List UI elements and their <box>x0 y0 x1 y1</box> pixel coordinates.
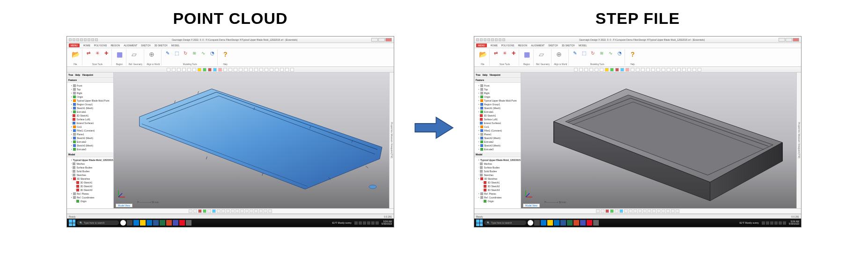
close-button[interactable] <box>793 38 799 42</box>
feature-tree-panel[interactable]: Tree Help Viewpoint Feature Front Top Ri… <box>67 73 114 208</box>
menubar[interactable]: MENU HOME POLYGONS REGION ALIGNMENT SKET… <box>67 43 394 48</box>
app-icon[interactable] <box>186 220 191 226</box>
feature-tree[interactable]: Front Top Right Origin Typical Upper Bla… <box>474 83 521 152</box>
edge-icon[interactable] <box>541 220 546 226</box>
quick-access-toolbar[interactable] <box>69 38 98 41</box>
outlook-icon[interactable] <box>554 220 559 226</box>
taskbar-clock[interactable]: 9:04 AM 5/30/2023 <box>382 220 392 226</box>
minimize-button[interactable] <box>779 38 785 42</box>
sweep-icon[interactable]: ∿ <box>199 49 207 57</box>
taskbar-clock[interactable]: 9:04 AM 5/30/2023 <box>789 220 799 226</box>
tree-tabs[interactable]: Tree Help Viewpoint <box>474 73 521 78</box>
weather-widget[interactable]: 61°F Mostly sunny <box>332 221 352 224</box>
system-tray[interactable] <box>762 221 786 225</box>
sketch3d-icon[interactable]: ✎ <box>571 49 579 57</box>
taskbar-search[interactable]: 🔍 Type here to search <box>484 220 526 225</box>
taskbar-pinned[interactable] <box>120 220 191 226</box>
minimize-button[interactable] <box>371 38 378 42</box>
cortana-icon[interactable] <box>528 220 533 226</box>
taskbar-search[interactable]: 🔍 Type here to search <box>77 220 119 225</box>
revolve-icon[interactable]: ↻ <box>589 49 596 57</box>
feature-tree[interactable]: Front Top Right Origin Typical Upper Bla… <box>67 83 113 152</box>
menu-sketch[interactable]: SKETCH <box>141 44 150 47</box>
fillet-icon[interactable]: ◔ <box>208 49 216 57</box>
bottom-toolbar[interactable] <box>67 208 394 214</box>
plane-icon[interactable]: ▱ <box>536 49 546 59</box>
sub-toolbar[interactable] <box>67 67 394 73</box>
menu-model[interactable]: MODEL <box>171 44 180 47</box>
menu-sketch[interactable]: SKETCH <box>548 44 558 47</box>
plane-icon[interactable]: ▱ <box>129 49 139 59</box>
excel-icon[interactable] <box>160 220 165 226</box>
menu-alignment[interactable]: ALIGNMENT <box>124 44 137 47</box>
decimate-icon[interactable]: ✳ <box>501 49 508 57</box>
windows-taskbar[interactable]: 🔍 Type here to search <box>474 219 801 227</box>
cortana-icon[interactable] <box>120 220 126 226</box>
align-icon[interactable]: ⇄ <box>85 49 92 57</box>
weather-widget[interactable]: 61°F Mostly sunny <box>740 221 759 224</box>
align-icon[interactable]: ⇄ <box>492 49 500 57</box>
taskview-icon[interactable] <box>127 220 132 226</box>
powerpoint-icon[interactable] <box>166 220 172 226</box>
quick-access-toolbar[interactable] <box>476 38 505 41</box>
right-rail[interactable]: Properties Measure Viewpoint(TM) <box>796 73 801 208</box>
menu-menu[interactable]: MENU <box>476 44 487 47</box>
close-button[interactable] <box>385 38 392 42</box>
dx-icon[interactable] <box>179 220 185 226</box>
start-button[interactable] <box>69 219 75 226</box>
menu-polygons[interactable]: POLYGONS <box>501 44 515 47</box>
help-icon[interactable]: ? <box>627 49 638 59</box>
powerpoint-icon[interactable] <box>574 220 579 226</box>
menu-region[interactable]: REGION <box>518 44 527 47</box>
teams-icon[interactable] <box>580 220 586 226</box>
taskbar-pinned[interactable] <box>528 220 599 226</box>
extrude-icon[interactable]: ⬚ <box>580 49 588 57</box>
extrude-icon[interactable]: ⬚ <box>173 49 180 57</box>
menu-polygons[interactable]: POLYGONS <box>94 44 107 47</box>
menu-model[interactable]: MODEL <box>579 44 587 47</box>
word-icon[interactable] <box>560 220 566 226</box>
window-controls[interactable] <box>371 38 392 42</box>
sub-toolbar[interactable] <box>474 67 801 73</box>
menu-menu[interactable]: MENU <box>69 44 80 47</box>
menu-home[interactable]: HOME <box>491 44 498 47</box>
dx-icon[interactable] <box>587 220 592 226</box>
heal-icon[interactable]: ✚ <box>103 49 110 57</box>
maximize-button[interactable] <box>378 38 385 42</box>
bottom-toolbar[interactable] <box>474 208 801 214</box>
explorer-icon[interactable] <box>547 220 553 226</box>
word-icon[interactable] <box>153 220 159 226</box>
view-triad-icon[interactable] <box>117 189 127 200</box>
sketch3d-icon[interactable]: ✎ <box>164 49 171 57</box>
help-icon[interactable]: ? <box>220 49 230 59</box>
feature-tree-panel[interactable]: Tree Help Viewpoint Feature Front Top Ri… <box>474 73 521 208</box>
model-tree[interactable]: Typical Upper Blade Mold_12022015 Meshes… <box>67 157 113 204</box>
start-button[interactable] <box>476 219 483 226</box>
sweep-icon[interactable]: ∿ <box>607 49 614 57</box>
menu-alignment[interactable]: ALIGNMENT <box>531 44 544 47</box>
revolve-icon[interactable]: ↻ <box>182 49 189 57</box>
edge-icon[interactable] <box>133 220 139 226</box>
fillet-icon[interactable]: ◔ <box>616 49 623 57</box>
taskview-icon[interactable] <box>534 220 540 226</box>
viewport-3d[interactable]: ⊢──────⊣ 50 mm Model View <box>521 73 796 208</box>
viewport-3d[interactable]: ⊢──────⊣ 50 mm Model View <box>114 73 389 208</box>
view-triad-icon[interactable] <box>524 189 534 200</box>
maximize-button[interactable] <box>786 38 792 42</box>
open-icon[interactable]: 📂 <box>70 49 81 59</box>
explorer-icon[interactable] <box>140 220 146 226</box>
menu-3dsketch[interactable]: 3D SKETCH <box>562 44 575 47</box>
teams-icon[interactable] <box>173 220 178 226</box>
heal-icon[interactable]: ✚ <box>510 49 517 57</box>
system-tray[interactable] <box>354 221 379 225</box>
outlook-icon[interactable] <box>147 220 152 226</box>
windows-taskbar[interactable]: 🔍 Type here to search <box>67 219 394 227</box>
open-icon[interactable]: 📂 <box>478 49 488 59</box>
right-rail[interactable]: Properties Measure Viewpoint(TM) <box>389 73 394 208</box>
segment-icon[interactable]: ▦ <box>114 49 125 59</box>
tree-tabs[interactable]: Tree Help Viewpoint <box>67 73 113 78</box>
menu-region[interactable]: REGION <box>110 44 120 47</box>
menu-home[interactable]: HOME <box>83 44 90 47</box>
model-tree[interactable]: Typical Upper Blade Mold_12022015 Meshes… <box>474 157 521 204</box>
app-icon[interactable] <box>593 220 599 226</box>
